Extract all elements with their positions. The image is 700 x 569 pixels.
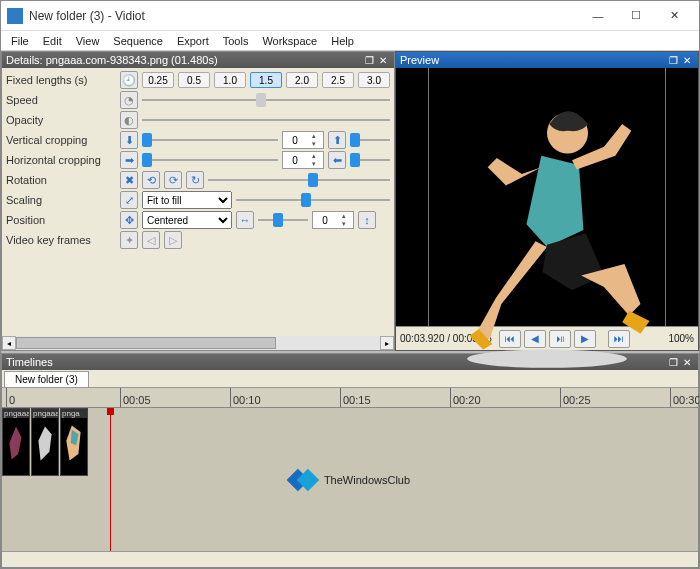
hscroll-left[interactable]: ◂ bbox=[2, 336, 16, 350]
tick-15: 00:15 bbox=[340, 388, 371, 407]
preview-header-text: Preview bbox=[400, 54, 439, 66]
timeline-tab[interactable]: New folder (3) bbox=[4, 371, 89, 387]
workspace: Details: pngaaa.com-938343.png (01.480s)… bbox=[1, 51, 699, 568]
minimize-button[interactable]: — bbox=[579, 2, 617, 30]
tick-10: 00:10 bbox=[230, 388, 261, 407]
length-1.5[interactable]: 1.5 bbox=[250, 72, 282, 88]
position-select[interactable]: Centered bbox=[142, 211, 232, 229]
preview-restore-icon[interactable]: ❐ bbox=[666, 53, 680, 67]
hcrop-input[interactable] bbox=[283, 155, 307, 166]
maximize-button[interactable]: ☐ bbox=[617, 2, 655, 30]
svg-point-0 bbox=[467, 350, 627, 368]
tick-0: 0 bbox=[6, 388, 15, 407]
runner-image bbox=[433, 76, 661, 372]
menu-workspace[interactable]: Workspace bbox=[256, 33, 323, 49]
timeline-tracks[interactable]: pngaaa pngaaa pnga TheWindowsClub bbox=[2, 408, 698, 551]
title-bar: New folder (3) - Vidiot — ☐ ✕ bbox=[1, 1, 699, 31]
rotate-180-icon[interactable]: ↻ bbox=[186, 171, 204, 189]
scaling-select[interactable]: Fit to fill bbox=[142, 191, 232, 209]
details-header-text: Details: pngaaa.com-938343.png (01.480s) bbox=[6, 54, 218, 66]
position-icon[interactable]: ✥ bbox=[120, 211, 138, 229]
clip-3[interactable]: pnga bbox=[60, 408, 88, 476]
menu-sequence[interactable]: Sequence bbox=[107, 33, 169, 49]
hcrop-slider-left[interactable] bbox=[142, 151, 278, 169]
pos-v-icon[interactable]: ↕ bbox=[358, 211, 376, 229]
length-0.25[interactable]: 0.25 bbox=[142, 72, 174, 88]
length-2.0[interactable]: 2.0 bbox=[286, 72, 318, 88]
label-fixed-lengths: Fixed lengths (s) bbox=[6, 74, 116, 86]
menu-edit[interactable]: Edit bbox=[37, 33, 68, 49]
label-scaling: Scaling bbox=[6, 194, 116, 206]
vcrop-up[interactable]: ▴ bbox=[307, 132, 321, 140]
vcrop-input[interactable] bbox=[283, 135, 307, 146]
rotate-reset-icon[interactable]: ✖ bbox=[120, 171, 138, 189]
speed-icon[interactable]: ◔ bbox=[120, 91, 138, 109]
hcrop-spinner[interactable]: ▴▾ bbox=[282, 151, 324, 169]
details-close-icon[interactable]: ✕ bbox=[376, 53, 390, 67]
hcrop-down[interactable]: ▾ bbox=[307, 160, 321, 168]
hcrop-left-icon[interactable]: ⬅ bbox=[328, 151, 346, 169]
scaling-icon[interactable]: ⤢ bbox=[120, 191, 138, 209]
opacity-icon[interactable]: ◐ bbox=[120, 111, 138, 129]
hscroll-right[interactable]: ▸ bbox=[380, 336, 394, 350]
hcrop-up[interactable]: ▴ bbox=[307, 152, 321, 160]
preview-header: Preview ❐ ✕ bbox=[396, 52, 698, 68]
preview-canvas[interactable] bbox=[396, 68, 698, 326]
menu-tools[interactable]: Tools bbox=[217, 33, 255, 49]
timelines-close-icon[interactable]: ✕ bbox=[680, 355, 694, 369]
pos-spinner[interactable]: ▴▾ bbox=[312, 211, 354, 229]
hscroll-thumb[interactable] bbox=[16, 337, 276, 349]
speed-slider[interactable] bbox=[142, 91, 390, 109]
properties-grid: Fixed lengths (s) 🕘 0.25 0.5 1.0 1.5 2.0… bbox=[2, 68, 394, 336]
watermark-icon bbox=[290, 466, 318, 494]
menu-export[interactable]: Export bbox=[171, 33, 215, 49]
label-rotation: Rotation bbox=[6, 174, 116, 186]
timelines-restore-icon[interactable]: ❐ bbox=[666, 355, 680, 369]
menu-view[interactable]: View bbox=[70, 33, 106, 49]
pos-input[interactable] bbox=[313, 215, 337, 226]
hcrop-slider-right[interactable] bbox=[350, 151, 390, 169]
timeline-ruler[interactable]: 0 00:05 00:10 00:15 00:20 00:25 00:30 bbox=[2, 388, 698, 408]
tick-20: 00:20 bbox=[450, 388, 481, 407]
menu-bar: File Edit View Sequence Export Tools Wor… bbox=[1, 31, 699, 51]
length-0.5[interactable]: 0.5 bbox=[178, 72, 210, 88]
pos-h-icon[interactable]: ↔ bbox=[236, 211, 254, 229]
rotate-cw-icon[interactable]: ⟳ bbox=[164, 171, 182, 189]
keyframe-prev-icon[interactable]: ◁ bbox=[142, 231, 160, 249]
preview-panel: Preview ❐ ✕ bbox=[395, 51, 699, 351]
length-1.0[interactable]: 1.0 bbox=[214, 72, 246, 88]
menu-help[interactable]: Help bbox=[325, 33, 360, 49]
vcrop-down[interactable]: ▾ bbox=[307, 140, 321, 148]
window-title: New folder (3) - Vidiot bbox=[29, 9, 579, 23]
details-header: Details: pngaaa.com-938343.png (01.480s)… bbox=[2, 52, 394, 68]
vcrop-up-icon[interactable]: ⬆ bbox=[328, 131, 346, 149]
playhead[interactable] bbox=[110, 408, 111, 551]
vcrop-spinner[interactable]: ▴▾ bbox=[282, 131, 324, 149]
pos-up[interactable]: ▴ bbox=[337, 212, 351, 220]
keyframe-next-icon[interactable]: ▷ bbox=[164, 231, 182, 249]
vcrop-slider-left[interactable] bbox=[142, 131, 278, 149]
tick-30: 00:30 bbox=[670, 388, 700, 407]
vcrop-down-icon[interactable]: ⬇ bbox=[120, 131, 138, 149]
keyframe-add-icon[interactable]: ✦ bbox=[120, 231, 138, 249]
menu-file[interactable]: File bbox=[5, 33, 35, 49]
preview-close-icon[interactable]: ✕ bbox=[680, 53, 694, 67]
rotation-slider[interactable] bbox=[208, 171, 390, 189]
clip-2[interactable]: pngaaa bbox=[31, 408, 59, 476]
pos-down[interactable]: ▾ bbox=[337, 220, 351, 228]
opacity-slider[interactable] bbox=[142, 111, 390, 129]
details-restore-icon[interactable]: ❐ bbox=[362, 53, 376, 67]
close-button[interactable]: ✕ bbox=[655, 2, 693, 30]
rotate-ccw-icon[interactable]: ⟲ bbox=[142, 171, 160, 189]
length-2.5[interactable]: 2.5 bbox=[322, 72, 354, 88]
scaling-slider[interactable] bbox=[236, 191, 390, 209]
timelines-header-text: Timelines bbox=[6, 356, 53, 368]
clock-icon[interactable]: 🕘 bbox=[120, 71, 138, 89]
app-icon bbox=[7, 8, 23, 24]
hcrop-right-icon[interactable]: ➡ bbox=[120, 151, 138, 169]
clip-1[interactable]: pngaaa bbox=[2, 408, 30, 476]
details-hscroll[interactable]: ◂ ▸ bbox=[2, 336, 394, 350]
vcrop-slider-right[interactable] bbox=[350, 131, 390, 149]
length-3.0[interactable]: 3.0 bbox=[358, 72, 390, 88]
pos-slider[interactable] bbox=[258, 211, 308, 229]
